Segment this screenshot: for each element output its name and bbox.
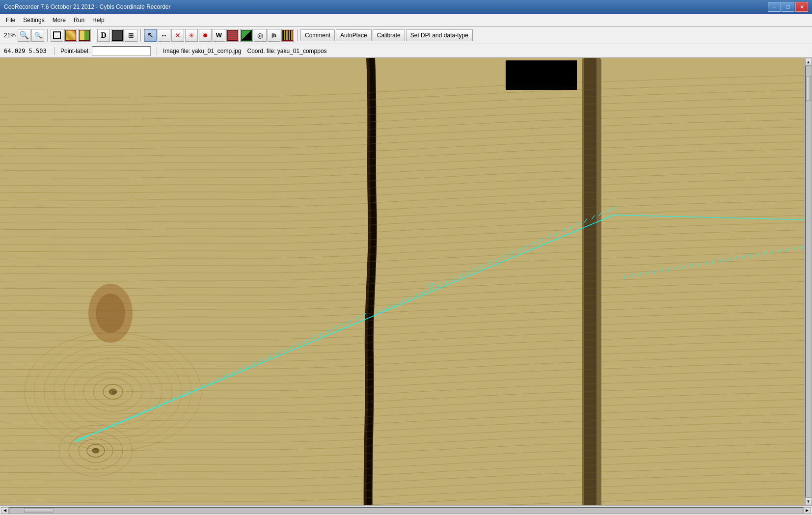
bottom-scrollbar[interactable]: ◀ ▶ (0, 505, 812, 515)
scroll-left-button[interactable]: ◀ (1, 507, 9, 514)
sep-1 (47, 29, 48, 42)
scroll-horizontal-thumb[interactable] (24, 508, 54, 513)
maximize-button[interactable]: □ (782, 2, 794, 12)
move-tool-button[interactable]: ↔ (158, 29, 170, 42)
tool-dark-button[interactable] (111, 29, 124, 42)
svg-rect-0 (54, 32, 60, 39)
scroll-right-button[interactable]: ▶ (803, 507, 811, 514)
select-tool-icon: ↖ (147, 30, 154, 40)
scroll-vertical-thumb[interactable] (806, 76, 811, 101)
title-bar: CooRecorder 7.6 October 21 2012 - Cybis … (0, 0, 812, 14)
svg-rect-22 (506, 60, 577, 90)
status-sep-2 (157, 47, 157, 55)
wood-image (0, 58, 812, 505)
menu-run[interactable]: Run (70, 15, 88, 25)
autoplace-button[interactable]: AutoPlace (336, 29, 372, 41)
tool-expand-button[interactable]: ⊞ (125, 29, 137, 42)
zoom-level: 21% (2, 32, 17, 39)
texture-tool-button[interactable] (226, 29, 239, 42)
canvas-area[interactable]: ▲ ▼ (0, 58, 812, 505)
lb-tool-button[interactable]: |b (268, 29, 280, 42)
rect-tool-button[interactable] (51, 29, 63, 42)
menu-settings[interactable]: Settings (19, 15, 48, 25)
d-tool-icon: D (101, 31, 107, 40)
right-scrollbar[interactable]: ▲ ▼ (804, 58, 812, 505)
window-controls: ─ □ ✕ (768, 2, 808, 12)
comment-button[interactable]: Comment (300, 29, 335, 41)
sep-3 (140, 29, 141, 42)
svg-point-19 (96, 294, 125, 333)
color-tool-1-button[interactable] (64, 29, 77, 42)
circle-tool-button[interactable]: ◎ (254, 29, 267, 42)
barcode-tool-icon (282, 30, 293, 41)
calibrate-button[interactable]: Calibrate (373, 29, 405, 41)
menu-more[interactable]: More (49, 15, 70, 25)
point-label-input[interactable] (92, 46, 151, 56)
delete2-tool-icon: ✳ (189, 31, 194, 39)
sep-2 (94, 29, 94, 42)
w-tool-icon: W (216, 31, 222, 39)
menu-bar: File Settings More Run Help (0, 14, 812, 27)
close-button[interactable]: ✕ (795, 2, 808, 12)
circle-tool-icon: ◎ (257, 31, 263, 39)
coordinates-display: 64.029 5.503 (4, 48, 48, 54)
dark-tool-icon (112, 30, 123, 41)
set-dpi-button[interactable]: Set DPI and data-type (406, 29, 473, 41)
status-bar: 64.029 5.503 Point-label: Image file: ya… (0, 44, 812, 58)
delete-tool-button[interactable]: ✕ (171, 29, 184, 42)
texture-tool-icon (227, 30, 238, 41)
zoom-in-button[interactable]: 🔍 (18, 29, 30, 42)
slice-tool-button[interactable] (240, 29, 253, 42)
move-tool-icon: ↔ (161, 31, 167, 39)
color-tool-2-button[interactable] (78, 29, 91, 42)
zoom-section: 21% 🔍 🔍- (2, 29, 44, 42)
sep-4 (297, 29, 298, 42)
scroll-vertical-track[interactable] (805, 66, 812, 497)
svg-rect-21 (584, 58, 596, 505)
zoom-out-button[interactable]: 🔍- (31, 29, 44, 42)
star-tool-icon: ✸ (202, 31, 208, 39)
window-title: CooRecorder 7.6 October 21 2012 - Cybis … (4, 3, 171, 10)
delete-tool-icon: ✕ (175, 31, 181, 39)
point-label-area: Point-label: (60, 46, 151, 56)
d-tool-button[interactable]: D (97, 29, 110, 42)
expand-tool-icon: ⊞ (128, 31, 134, 39)
wood-texture-svg (0, 58, 812, 505)
coord-file-label: Coord. file: yaku_01_comppos (247, 48, 326, 54)
status-sep-1 (54, 47, 54, 55)
scroll-up-button[interactable]: ▲ (805, 58, 812, 66)
color2-icon (79, 30, 90, 41)
toolbar: 21% 🔍 🔍- D ⊞ ↖ ↔ ✕ ✳ (0, 27, 812, 44)
star-tool-button[interactable]: ✸ (199, 29, 212, 42)
rect-tool-icon (53, 31, 61, 40)
minimize-button[interactable]: ─ (768, 2, 781, 12)
barcode-tool-button[interactable] (281, 29, 294, 42)
image-file-label: Image file: yaku_01_comp.jpg (163, 48, 241, 54)
zoom-out-icon: 🔍- (34, 32, 42, 39)
delete2-tool-button[interactable]: ✳ (185, 29, 198, 42)
w-tool-button[interactable]: W (213, 29, 225, 42)
scroll-down-button[interactable]: ▼ (805, 497, 812, 505)
svg-point-12 (112, 391, 116, 394)
select-tool-button[interactable]: ↖ (144, 29, 157, 42)
slice-tool-icon (241, 30, 252, 41)
color1-icon (65, 30, 76, 41)
scroll-horizontal-track[interactable] (9, 507, 803, 514)
menu-file[interactable]: File (2, 15, 19, 25)
menu-help[interactable]: Help (88, 15, 108, 25)
lb-tool-icon: |b (271, 32, 276, 38)
point-label-text: Point-label: (60, 48, 90, 54)
zoom-in-icon: 🔍 (19, 30, 29, 40)
